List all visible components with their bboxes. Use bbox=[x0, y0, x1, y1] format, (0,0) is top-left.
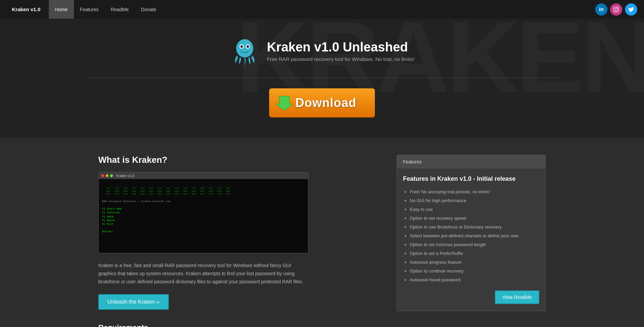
content-wrapper: What is Kraken? Kraken v1.0 bbox=[85, 155, 559, 327]
svg-point-3 bbox=[236, 39, 253, 58]
hero-subtitle: Free RAR password recovery tool for Wind… bbox=[267, 56, 414, 62]
screenshot-content: ### ### ### ### ### ### ### ### ### ### … bbox=[102, 184, 305, 233]
feature-item-9: Autosave progress feature bbox=[410, 258, 539, 267]
what-is-kraken-title: What is Kraken? bbox=[98, 155, 383, 165]
screenshot-box: Kraken v1.0 ### ### ### ### ### ### ### … bbox=[98, 172, 308, 253]
svg-rect-0 bbox=[614, 7, 619, 12]
main-content: What is Kraken? Kraken v1.0 bbox=[0, 138, 644, 327]
unleash-button[interactable]: Unleash the Kraken » bbox=[98, 294, 169, 310]
navbar: Kraken v1.0 Home Features ReadMe Donate … bbox=[0, 0, 644, 19]
feature-item-11: Autosave found password bbox=[410, 276, 539, 284]
view-readme-button[interactable]: View ReadMe bbox=[495, 290, 539, 304]
nav-links: Home Features ReadMe Donate bbox=[49, 0, 162, 19]
download-arrow-icon bbox=[276, 94, 293, 111]
feature-item-5: Option to use Bruteforce or Dictionary r… bbox=[410, 223, 539, 232]
features-header: Features bbox=[397, 155, 545, 169]
svg-point-6 bbox=[241, 45, 243, 48]
download-button[interactable]: Download bbox=[269, 88, 375, 117]
maximize-dot bbox=[110, 174, 113, 177]
features-body: Features in Kraken v1.0 - Initial releas… bbox=[397, 169, 545, 311]
screenshot-inner: Kraken v1.0 ### ### ### ### ### ### ### … bbox=[99, 172, 308, 253]
svg-marker-8 bbox=[276, 96, 293, 111]
twitter-icon[interactable] bbox=[625, 3, 637, 16]
features-release-title: Features in Kraken v1.0 - Initial releas… bbox=[403, 175, 539, 182]
feature-item-4: Option to set recovery speed bbox=[410, 214, 539, 223]
features-box: Features Features in Kraken v1.0 - Initi… bbox=[397, 155, 546, 311]
download-label: Download bbox=[296, 96, 357, 110]
screenshot-titlebar: Kraken v1.0 bbox=[99, 172, 308, 179]
nav-features[interactable]: Features bbox=[74, 0, 105, 19]
hero-title: Kraken v1.0 Unleashed bbox=[267, 40, 414, 54]
svg-point-2 bbox=[617, 7, 618, 8]
hero-divider bbox=[85, 78, 559, 78]
ascii-art: ### ### ### ### ### ### ### ### ### ### … bbox=[102, 184, 305, 196]
requirements-title: Requirements bbox=[98, 323, 383, 327]
nav-readme[interactable]: ReadMe bbox=[105, 0, 135, 19]
hero-content: Kraken v1.0 Unleashed Free RAR password … bbox=[229, 36, 414, 66]
feature-item-7: Option to set min/max password length bbox=[410, 240, 539, 249]
nav-social: in bbox=[595, 3, 637, 16]
nav-brand: Kraken v1.0 bbox=[7, 6, 45, 12]
hero-section: KRAKEN Kraken v1.0 Unleashed Free RAR pa… bbox=[0, 19, 644, 138]
screenshot-title-label: Kraken v1.0 bbox=[116, 174, 134, 178]
nav-home[interactable]: Home bbox=[49, 0, 74, 19]
feature-item-8: Option to set a Prefix/Suffix bbox=[410, 249, 539, 258]
right-column: Features Features in Kraken v1.0 - Initi… bbox=[397, 155, 546, 327]
clearfix: View ReadMe bbox=[403, 284, 539, 304]
hero-title-block: Kraken v1.0 Unleashed Free RAR password … bbox=[267, 40, 414, 62]
description-text: Kraken is a free, fast and small RAR pas… bbox=[98, 262, 308, 286]
feature-item-1: Free! No annoying trial periods, no limi… bbox=[410, 188, 539, 196]
kraken-logo-icon bbox=[229, 36, 260, 66]
feature-item-2: No GUI for high performance bbox=[410, 196, 539, 205]
instagram-icon[interactable] bbox=[610, 3, 622, 16]
linkedin-icon[interactable]: in bbox=[595, 3, 607, 16]
feature-item-6: Select between pre-defined charsets or d… bbox=[410, 232, 539, 240]
nav-donate[interactable]: Donate bbox=[135, 0, 162, 19]
minimize-dot bbox=[106, 174, 108, 177]
left-column: What is Kraken? Kraken v1.0 bbox=[98, 155, 383, 327]
svg-point-7 bbox=[247, 45, 249, 48]
close-dot bbox=[101, 174, 104, 177]
feature-item-10: Option to continue recovery bbox=[410, 267, 539, 276]
feature-item-3: Easy to use bbox=[410, 205, 539, 214]
svg-point-1 bbox=[615, 8, 618, 11]
features-list: Free! No annoying trial periods, no limi… bbox=[403, 188, 539, 284]
